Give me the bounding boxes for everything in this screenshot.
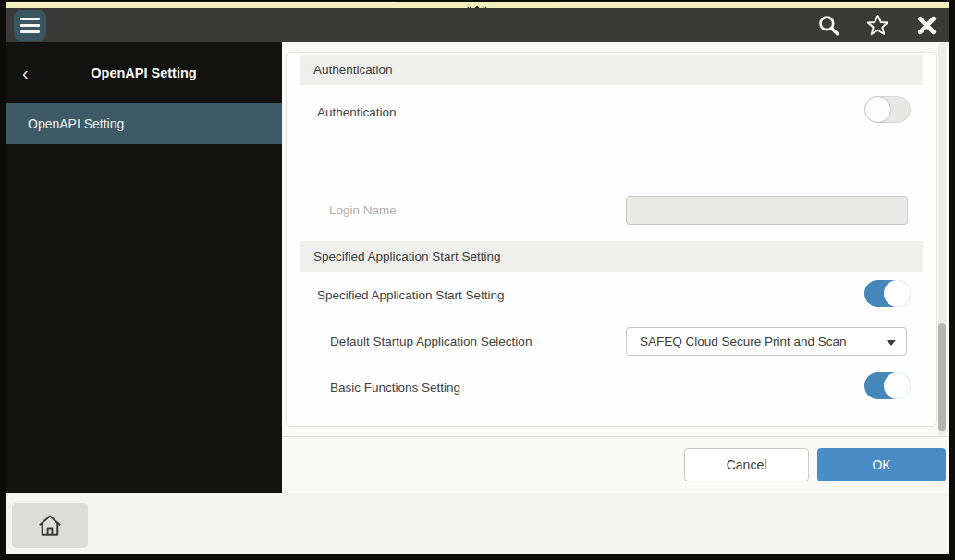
favorite-star-icon[interactable] xyxy=(865,13,890,38)
home-icon xyxy=(35,511,65,541)
specified-application-start-toggle[interactable] xyxy=(864,280,911,307)
default-startup-application-select[interactable]: SAFEQ Cloud Secure Print and Scan xyxy=(626,327,907,356)
login-name-label: Login Name xyxy=(329,203,397,217)
authentication-toggle[interactable] xyxy=(864,96,911,123)
section-header-authentication: Authentication xyxy=(300,55,923,85)
topbar-icons xyxy=(816,8,938,42)
bottom-dock xyxy=(6,493,949,554)
footer-divider xyxy=(282,436,949,437)
scrollbar-thumb[interactable] xyxy=(938,323,946,431)
menu-button[interactable] xyxy=(14,10,46,41)
scrollbar-track[interactable] xyxy=(938,43,946,436)
caret-down-icon xyxy=(887,340,896,346)
home-button[interactable] xyxy=(12,503,88,548)
login-name-input[interactable] xyxy=(626,196,908,225)
toggle-knob xyxy=(864,96,891,123)
toggle-knob xyxy=(884,280,911,307)
sidebar-item-openapi-setting[interactable]: OpenAPI Setting xyxy=(6,103,282,144)
default-startup-application-label: Default Startup Application Selection xyxy=(330,335,532,348)
close-icon[interactable] xyxy=(915,14,938,37)
device-screen: «◆» ‹ OpenAPI Setting OpenAPI Set xyxy=(0,0,955,560)
specified-application-start-label: Specified Application Start Setting xyxy=(317,288,505,302)
toggle-knob xyxy=(884,372,911,399)
ok-button[interactable]: OK xyxy=(817,448,946,481)
settings-panel: Authentication Authentication Login Name… xyxy=(286,52,937,427)
hamburger-icon xyxy=(20,18,40,20)
select-value: SAFEQ Cloud Secure Print and Scan xyxy=(640,335,847,348)
sidebar-item-label: OpenAPI Setting xyxy=(28,116,124,131)
sidebar-title: OpenAPI Setting xyxy=(91,66,196,80)
basic-functions-label: Basic Functions Setting xyxy=(330,381,460,395)
authentication-label: Authentication xyxy=(317,105,397,119)
sidebar-header: ‹ OpenAPI Setting xyxy=(6,42,282,103)
topbar xyxy=(6,8,949,42)
search-icon[interactable] xyxy=(816,13,840,37)
back-chevron-icon[interactable]: ‹ xyxy=(18,64,32,82)
cancel-button[interactable]: Cancel xyxy=(684,448,809,481)
content-area: Authentication Authentication Login Name… xyxy=(282,42,949,493)
sidebar: ‹ OpenAPI Setting OpenAPI Setting xyxy=(6,42,282,493)
basic-functions-toggle[interactable] xyxy=(864,372,911,399)
section-header-specified-application-start: Specified Application Start Setting xyxy=(300,241,923,272)
